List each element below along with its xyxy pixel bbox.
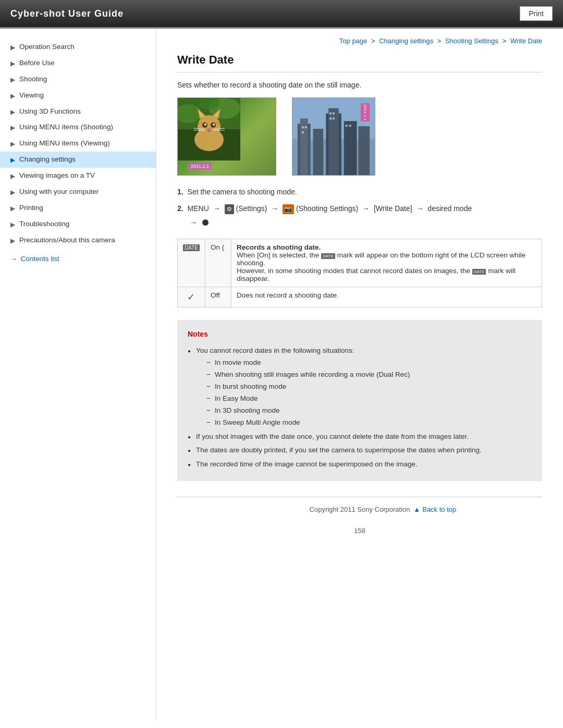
svg-rect-34: [329, 117, 332, 119]
list-item: You cannot record dates in the following…: [188, 345, 532, 429]
checkmark-icon: ✓: [187, 292, 195, 302]
arrow-icon: ▶: [10, 204, 15, 213]
arrow-icon: ▶: [10, 124, 15, 132]
sidebar-item-label: Troubleshooting: [19, 219, 69, 229]
notes-list: You cannot record dates in the following…: [188, 345, 532, 471]
table-icon-cell: DATE: [178, 239, 205, 287]
table-row-header: Records a shooting date.: [237, 243, 321, 251]
table-description-cell: Does not record a shooting date.: [231, 287, 542, 307]
arrow-icon: ▶: [10, 172, 15, 181]
contents-list-link[interactable]: → Contents list: [0, 249, 156, 263]
notes-box: Notes You cannot record dates in the fol…: [177, 320, 542, 481]
step-text: Set the camera to shooting mode.: [188, 188, 297, 196]
sidebar-item-menu-viewing[interactable]: ▶ Using MENU items (Viewing): [0, 135, 156, 152]
sidebar-item-before-use[interactable]: ▶ Before Use: [0, 55, 156, 71]
breadcrumb-changing-settings[interactable]: Changing settings: [379, 37, 433, 45]
copyright: Copyright 2011 Sony Corporation: [306, 505, 414, 513]
cat-photo: 2011.1.1: [177, 97, 276, 176]
sidebar-item-label: Shooting: [19, 75, 47, 84]
svg-point-6: [198, 115, 221, 138]
breadcrumb: Top page > Changing settings > Shooting …: [177, 37, 542, 45]
sidebar-item-viewing-tv[interactable]: ▶ Viewing images on a TV: [0, 168, 156, 184]
arrow-sym: →: [213, 204, 221, 213]
arrow-icon: ▶: [10, 156, 15, 165]
arrow-right-icon: →: [10, 255, 18, 263]
list-item: In Sweep Multi Angle mode: [206, 417, 532, 429]
sidebar-item-computer[interactable]: ▶ Using with your computer: [0, 184, 156, 200]
step-indent: →: [188, 217, 542, 228]
sidebar-item-label: Using with your computer: [19, 187, 99, 197]
sidebar-item-label: Printing: [19, 203, 43, 213]
svg-rect-30: [305, 126, 307, 128]
arrow-sym: →: [362, 204, 370, 213]
svg-point-15: [207, 128, 211, 130]
sidebar-item-label: Precautions/About this camera: [19, 236, 115, 245]
svg-rect-29: [302, 126, 304, 128]
table-label-cell: On (: [205, 239, 231, 287]
list-item: In movie mode: [206, 357, 532, 369]
contents-list-label: Contents list: [21, 255, 59, 263]
arrow-icon: ▶: [10, 140, 15, 149]
table-icon-cell: ✓: [178, 287, 205, 307]
date-inline-icon2: DATE: [472, 269, 486, 275]
sub-list: In movie mode When shooting still images…: [196, 357, 532, 429]
svg-rect-27: [344, 121, 357, 175]
arrow-icon: ▶: [10, 237, 15, 245]
sidebar-item-label: Using 3D Functions: [19, 107, 81, 117]
step-number: 1.: [177, 188, 183, 196]
footer-right: ▲ Back to top: [413, 505, 521, 513]
notes-title: Notes: [188, 328, 532, 341]
list-item: In 3D shooting mode: [206, 405, 532, 417]
app-title: Cyber-shot User Guide: [10, 8, 124, 19]
sidebar-item-label: Using MENU items (Shooting): [19, 122, 113, 132]
sidebar-item-label: Before Use: [19, 58, 55, 68]
sidebar-item-label: Using MENU items (Viewing): [19, 139, 110, 149]
step-1: 1. Set the camera to shooting mode.: [177, 186, 542, 198]
date-inline-icon: DATE: [321, 253, 335, 259]
svg-rect-37: [349, 125, 351, 127]
sidebar-item-printing[interactable]: ▶ Printing: [0, 200, 156, 216]
sidebar-item-3d-functions[interactable]: ▶ Using 3D Functions: [0, 104, 156, 120]
bullet-circle: [202, 219, 209, 226]
svg-rect-33: [333, 113, 335, 115]
list-item: The dates are doubly printed, if you set…: [188, 445, 532, 456]
sidebar-item-menu-shooting[interactable]: ▶ Using MENU items (Shooting): [0, 119, 156, 135]
content-area: Top page > Changing settings > Shooting …: [156, 29, 563, 720]
page-description: Sets whether to record a shooting date o…: [177, 81, 542, 89]
triangle-up-icon: ▲: [413, 505, 420, 513]
arrow-icon: ▶: [10, 92, 15, 101]
arrow-icon: ▶: [10, 76, 15, 84]
arrow-sym: →: [416, 204, 423, 213]
breadcrumb-top[interactable]: Top page: [339, 37, 368, 45]
arrow-icon: ▶: [10, 220, 15, 229]
sidebar-item-viewing[interactable]: ▶ Viewing: [0, 88, 156, 104]
main-layout: ▶ Operation Search ▶ Before Use ▶ Shooti…: [0, 29, 563, 720]
page-title: Write Date: [177, 53, 542, 72]
table-label-cell: Off: [205, 287, 231, 307]
sidebar-item-changing-settings[interactable]: ▶ Changing settings: [0, 152, 156, 168]
sidebar-item-operation-search[interactable]: ▶ Operation Search: [0, 39, 156, 55]
sidebar-item-label: Changing settings: [19, 155, 76, 165]
list-item: When shooting still images while recordi…: [206, 369, 532, 381]
arrow-sym: →: [271, 204, 278, 213]
arrow-icon: ▶: [10, 108, 15, 117]
date-icon: DATE: [183, 244, 200, 251]
sidebar-item-shooting[interactable]: ▶ Shooting: [0, 71, 156, 88]
arrow-sym: →: [190, 217, 197, 228]
header: Cyber-shot User Guide Print: [0, 0, 563, 29]
breadcrumb-sep1: >: [371, 37, 377, 45]
settings-icon: ⚙: [225, 204, 234, 215]
page-number: 158: [177, 522, 542, 545]
back-to-top-label: Back to top: [422, 505, 456, 513]
back-to-top-link[interactable]: ▲ Back to top: [413, 505, 521, 513]
sidebar-item-precautions[interactable]: ▶ Precautions/About this camera: [0, 232, 156, 249]
date-stamp-on-building: 2011.1.1: [361, 103, 370, 121]
sidebar-item-label: Viewing: [19, 91, 44, 101]
breadcrumb-shooting-settings[interactable]: Shooting Settings: [445, 37, 498, 45]
sidebar-item-troubleshooting[interactable]: ▶ Troubleshooting: [0, 216, 156, 232]
svg-rect-28: [358, 126, 370, 175]
settings-table: DATE On ( Records a shooting date. When …: [177, 239, 542, 307]
list-item: The recorded time of the image cannot be…: [188, 459, 532, 471]
arrow-icon: ▶: [10, 59, 15, 68]
print-button[interactable]: Print: [520, 6, 553, 21]
